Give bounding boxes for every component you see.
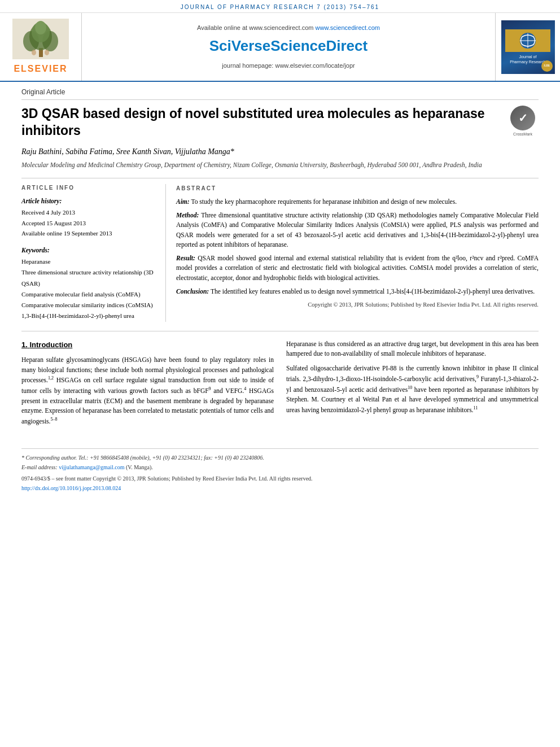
article-type-label: Original Article: [21, 82, 539, 100]
doi-link[interactable]: http://dx.doi.org/10.1016/j.jopr.2013.08…: [21, 485, 121, 491]
article-title: 3D QSAR based design of novel substitute…: [21, 106, 507, 139]
email-name: (V. Manga).: [126, 464, 153, 470]
conclusion-label: Conclusion:: [176, 288, 211, 295]
method-text: Three dimensional quantitative structure…: [176, 212, 539, 248]
ref-1-2: 1,2: [48, 375, 54, 381]
journal-top-label: JOURNAL OF PHARMACY RESEARCH 7 (2013) 75…: [181, 4, 379, 10]
abstract-result: Result: QSAR model showed good internal …: [176, 254, 539, 283]
svg-point-6: [32, 50, 36, 55]
conclusion-text: The identified key features enabled us t…: [211, 288, 535, 295]
section-number: 1.: [21, 340, 28, 349]
email-link[interactable]: vijjulathamanga@gmail.com: [59, 464, 124, 470]
footer-doi: http://dx.doi.org/10.1016/j.jopr.2013.08…: [21, 483, 539, 493]
article-title-row: 3D QSAR based design of novel substitute…: [21, 106, 539, 139]
authors: Raju Bathini, Sabiha Fatima, Sree Kanth …: [21, 146, 539, 158]
abstract-conclusion: Conclusion: The identified key features …: [176, 287, 539, 296]
ref-5-8: 5–8: [50, 417, 57, 422]
abstract-copyright: Copyright © 2013, JPR Solutions; Publish…: [176, 300, 539, 309]
article-info-heading: ARTICLE INFO: [21, 184, 155, 192]
sciencedirect-link[interactable]: www.sciencedirect.com: [316, 24, 380, 31]
keyword-4: Comparative molecular similarity indices…: [21, 300, 155, 311]
abstract-method: Method: Three dimensional quantitative s…: [176, 211, 539, 250]
abstract-section: ABSTRACT Aim: To study the key pharmacop…: [166, 184, 539, 322]
method-label: Method:: [176, 212, 201, 219]
footer-issn: 0974-6943/$ – see front matter Copyright…: [21, 474, 539, 483]
section-title: Introduction: [29, 340, 72, 349]
available-online-date: Available online 19 September 2013: [21, 228, 155, 239]
pharmacy-badge: Journal ofPharmacy Research SJR: [495, 13, 560, 81]
elsevier-logo-box: ELSEVIER: [0, 13, 82, 81]
abstract-aim: Aim: To study the key pharmacophore requ…: [176, 197, 539, 207]
abstract-heading: ABSTRACT: [176, 184, 539, 193]
pharmacy-research-label: Journal ofPharmacy Research: [510, 54, 545, 64]
keywords-list: Heparanase Three dimensional structure a…: [21, 256, 155, 322]
intro-para-2: Heparanase is thus considered as an attr…: [286, 339, 539, 360]
sciverse-direct-text: ScienceDirect: [270, 36, 368, 56]
introduction-section: 1. Introduction Heparan sulfate glycosam…: [21, 339, 539, 431]
crossmark-circle: ✓: [510, 106, 535, 130]
article-dates: Received 4 July 2013 Accepted 15 August …: [21, 207, 155, 239]
header-center: Available online at www.sciencedirect.co…: [82, 13, 495, 81]
keywords-label: Keywords:: [21, 246, 155, 255]
ref-9b: 9: [476, 374, 479, 379]
ref-10: 10: [408, 385, 412, 390]
section-heading: 1. Introduction: [21, 339, 274, 351]
aim-text: To study the key pharmacophore requireme…: [191, 198, 457, 205]
keyword-3: Comparative molecular field analysis (Co…: [21, 289, 155, 300]
accepted-date: Accepted 15 August 2013: [21, 218, 155, 229]
crossmark-badge: ✓ CrossMark: [507, 106, 539, 137]
separator: [21, 331, 539, 331]
result-label: Result:: [176, 255, 198, 261]
pharmacy-img: Journal ofPharmacy Research SJR: [501, 20, 555, 74]
header-row: ELSEVIER Available online at www.science…: [0, 13, 560, 82]
ref-11: 11: [473, 405, 478, 410]
keyword-1: Heparanase: [21, 256, 155, 267]
article-info: ARTICLE INFO Article history: Received 4…: [21, 184, 166, 322]
sciverse-logo: SciVerse ScienceDirect: [209, 36, 368, 56]
ref-4: 4: [244, 386, 246, 391]
affiliation: Molecular Modeling and Medicinal Chemist…: [21, 160, 539, 170]
svg-point-5: [35, 21, 46, 34]
footer-corresponding: * Corresponding author. Tel.: +91 986684…: [21, 453, 539, 462]
email-label: E-mail address:: [21, 464, 58, 470]
intro-right-col: Heparanase is thus considered as an attr…: [286, 339, 539, 431]
keyword-5: 1,3-Bis[4-(1H-bezimidazol-2-yl)-phenyl u…: [21, 311, 155, 321]
sciverse-sci-text: SciVerse: [209, 36, 270, 56]
keyword-2: Three dimensional structure activity rel…: [21, 267, 155, 289]
aim-label: Aim:: [176, 198, 191, 205]
crossmark-label: CrossMark: [513, 132, 532, 137]
article-history-label: Article history:: [21, 196, 155, 206]
elsevier-label: ELSEVIER: [14, 63, 67, 75]
result-text: QSAR model showed good internal and exte…: [176, 255, 539, 281]
received-date: Received 4 July 2013: [21, 207, 155, 218]
available-online-text: Available online at www.sciencedirect.co…: [197, 24, 380, 32]
intro-para-3: Sulfated oligosaccharide derivative PI-8…: [286, 364, 539, 416]
ref-9: 9: [209, 386, 211, 391]
intro-para-1: Heparan sulfate glycosaminoglycans (HSGA…: [21, 355, 274, 427]
intro-left-col: 1. Introduction Heparan sulfate glycosam…: [21, 339, 274, 431]
article-info-abstract: ARTICLE INFO Article history: Received 4…: [21, 178, 539, 322]
elsevier-tree-image: [12, 19, 69, 59]
journal-top-bar: JOURNAL OF PHARMACY RESEARCH 7 (2013) 75…: [0, 0, 560, 13]
main-content: Original Article 3D QSAR based design of…: [0, 82, 560, 492]
footer: * Corresponding author. Tel.: +91 986684…: [21, 448, 539, 493]
footer-email: E-mail address: vijjulathamanga@gmail.co…: [21, 462, 539, 472]
svg-point-7: [45, 50, 49, 55]
journal-homepage: journal homepage: www.elsevier.com/locat…: [222, 62, 355, 70]
